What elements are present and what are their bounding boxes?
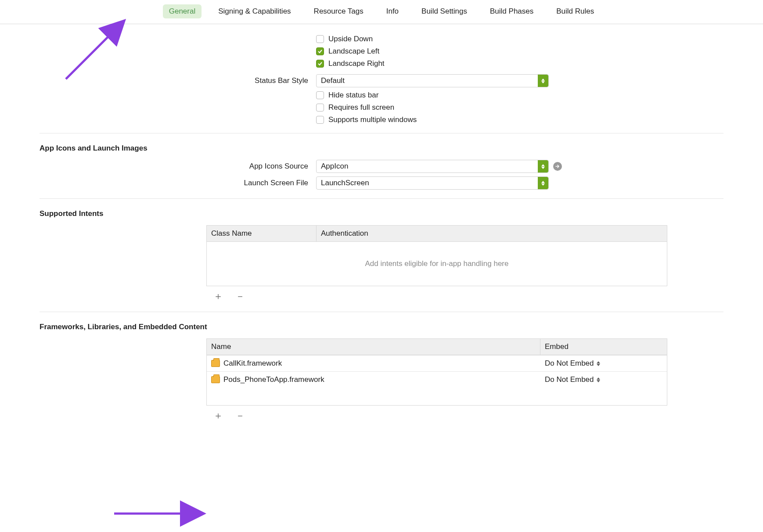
checkbox-supports-multiple-windows[interactable] [316,116,324,124]
checkbox-requires-full-screen[interactable] [316,104,324,111]
status-bar-style-value: Default [321,76,345,85]
status-bar-style-label: Status Bar Style [40,76,316,85]
target-tabbar: General Signing & Capabilities Resource … [0,0,763,24]
sort-indicator-icon [597,361,600,366]
hide-status-bar-label: Hide status bar [328,91,378,100]
framework-name: Pods_PhoneToApp.framework [223,375,324,384]
section-title-supported-intents: Supported Intents [40,209,723,218]
intents-add-button[interactable]: ＋ [213,290,223,303]
framework-name: CallKit.framework [223,359,282,368]
intents-col-authentication[interactable]: Authentication [317,226,667,241]
tab-build-rules[interactable]: Build Rules [550,4,600,18]
tab-info[interactable]: Info [380,4,405,18]
launch-screen-file-label: Launch Screen File [40,179,316,187]
frameworks-table: Name Embed CallKit.framework Do Not Embe… [206,338,667,406]
supports-multiple-windows-label: Supports multiple windows [328,115,417,124]
section-title-app-icons: App Icons and Launch Images [40,144,723,153]
intents-table: Class Name Authentication Add intents el… [206,225,667,286]
intents-col-class-name[interactable]: Class Name [207,226,317,241]
intents-table-header: Class Name Authentication [207,226,667,242]
tab-signing-capabilities[interactable]: Signing & Capabilities [212,4,297,18]
framework-embed-value[interactable]: Do Not Embed [545,359,594,368]
checkbox-hide-status-bar[interactable] [316,91,324,99]
checkbox-landscape-right[interactable] [316,60,324,68]
tab-build-settings[interactable]: Build Settings [415,4,473,18]
frameworks-row[interactable]: CallKit.framework Do Not Embed [207,355,667,371]
framework-embed-value[interactable]: Do Not Embed [545,375,594,384]
launch-screen-file-popup[interactable]: LaunchScreen [316,176,549,190]
stepper-icon [538,177,548,189]
orientation-landscape-right-label: Landscape Right [328,59,385,68]
app-icons-source-label: App Icons Source [40,162,316,171]
frameworks-col-name[interactable]: Name [207,339,540,355]
frameworks-table-header: Name Embed [207,339,667,355]
stepper-icon [538,75,548,87]
orientation-landscape-left-label: Landscape Left [328,47,379,56]
framework-icon [211,376,220,383]
requires-full-screen-label: Requires full screen [328,103,394,112]
launch-screen-file-value: LaunchScreen [321,179,369,187]
stepper-icon [538,160,548,173]
sort-indicator-icon [597,377,600,382]
go-to-asset-icon[interactable] [553,162,562,171]
checkbox-upside-down[interactable] [316,35,324,43]
frameworks-remove-button[interactable]: － [235,409,245,422]
tab-resource-tags[interactable]: Resource Tags [308,4,370,18]
frameworks-col-embed[interactable]: Embed [540,339,667,355]
intents-placeholder: Add intents eligible for in-app handling… [207,242,667,286]
orientation-upside-down-label: Upside Down [328,35,373,43]
app-icons-source-value: AppIcon [321,162,348,171]
section-title-frameworks: Frameworks, Libraries, and Embedded Cont… [40,323,723,331]
status-bar-style-popup[interactable]: Default [316,74,549,87]
frameworks-add-button[interactable]: ＋ [213,409,223,422]
framework-icon [211,360,220,367]
checkbox-landscape-left[interactable] [316,47,324,55]
tab-build-phases[interactable]: Build Phases [484,4,540,18]
app-icons-source-popup[interactable]: AppIcon [316,160,549,173]
intents-remove-button[interactable]: － [235,290,245,303]
frameworks-row[interactable]: Pods_PhoneToApp.framework Do Not Embed [207,371,667,388]
tab-general[interactable]: General [163,4,202,18]
